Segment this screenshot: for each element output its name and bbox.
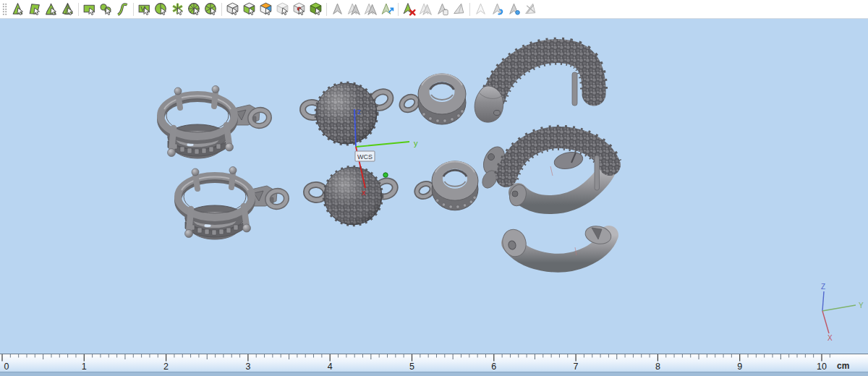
select-single-button[interactable] xyxy=(9,1,26,17)
select-sheet-button[interactable] xyxy=(451,1,467,17)
select-outline-button[interactable] xyxy=(472,1,489,17)
wcs-x-label: x xyxy=(362,188,366,197)
select-points-button[interactable] xyxy=(506,1,522,17)
wcs-z-label: z xyxy=(357,108,361,116)
ruler-number: 6 xyxy=(491,362,496,372)
deselect-button[interactable] xyxy=(401,1,417,17)
select-box-transparent-button[interactable] xyxy=(274,1,291,17)
select-duplicates-button[interactable] xyxy=(346,1,362,17)
pave-bead-1[interactable] xyxy=(302,83,393,144)
toolbar-separator xyxy=(133,3,134,16)
ruler-number: 8 xyxy=(655,362,660,372)
select-similar-button[interactable] xyxy=(362,1,379,17)
select-sphere-slice-button[interactable] xyxy=(203,1,219,17)
axis-triad: Z Y X xyxy=(821,283,864,342)
ruler-unit-label: cm xyxy=(837,361,849,371)
select-sphere-sectors-button[interactable] xyxy=(186,1,203,17)
reselect-button[interactable] xyxy=(489,1,506,17)
select-freehand-button[interactable] xyxy=(114,1,131,17)
select-crossing-window-button[interactable] xyxy=(136,1,153,17)
ruler-number: 4 xyxy=(328,362,333,372)
select-box-faces-button[interactable] xyxy=(241,1,258,17)
triad-z-label: Z xyxy=(821,283,825,291)
select-radial-button[interactable] xyxy=(169,1,186,17)
select-polygon-button[interactable] xyxy=(26,1,43,17)
ring-setting-1[interactable] xyxy=(161,86,271,159)
toolbar-separator xyxy=(221,3,222,16)
donut-charm-1[interactable] xyxy=(399,74,466,124)
select-box-button[interactable] xyxy=(224,1,241,17)
select-touching-button[interactable] xyxy=(434,1,451,17)
toolbar-separator xyxy=(78,3,79,16)
wcs-y-label: y xyxy=(414,139,418,148)
toolbar-separator xyxy=(398,3,399,16)
triad-x-label: X xyxy=(827,334,833,342)
ruler-number: 9 xyxy=(737,362,742,372)
select-circle-button[interactable] xyxy=(98,1,114,17)
ruler-number: 10 xyxy=(817,362,827,372)
hoop-inner-band[interactable] xyxy=(500,224,613,263)
bottom-strip xyxy=(0,372,868,376)
triad-y-label: Y xyxy=(859,302,864,309)
donut-charm-2[interactable] xyxy=(414,161,478,210)
select-box-colored-button[interactable] xyxy=(258,1,274,17)
ruler-number: 7 xyxy=(574,362,579,372)
select-hidden-button[interactable] xyxy=(417,1,434,17)
ruler-number: 5 xyxy=(409,362,414,372)
origin-point[interactable] xyxy=(383,173,388,177)
toolbar-drag-handle[interactable] xyxy=(2,3,7,15)
select-add-button[interactable] xyxy=(379,1,396,17)
ruler-number: 3 xyxy=(245,362,250,372)
select-previous-button[interactable] xyxy=(329,1,346,17)
select-rectangle-button[interactable] xyxy=(81,1,98,17)
ruler-number: 0 xyxy=(4,362,9,372)
hoop-earring-assembly[interactable] xyxy=(480,137,610,208)
toolbar-separator xyxy=(469,3,470,16)
ruler-number: 1 xyxy=(82,362,87,372)
viewport-3d[interactable]: z y x WCS Z Y X xyxy=(0,19,868,354)
pave-hoop-shell[interactable] xyxy=(475,51,594,122)
wcs-label: WCS xyxy=(357,153,373,161)
ruler-number: 2 xyxy=(163,362,169,372)
select-surface-button[interactable] xyxy=(59,1,76,17)
selection-toolbar xyxy=(0,0,868,19)
deselect-all-button[interactable] xyxy=(522,1,539,17)
scene-canvas[interactable]: z y x WCS Z Y X xyxy=(0,19,868,354)
select-box-solid-button[interactable] xyxy=(307,1,324,17)
ring-setting-2[interactable] xyxy=(178,167,288,240)
select-pie-button[interactable] xyxy=(153,1,169,17)
toolbar-separator xyxy=(326,3,327,16)
select-box-interior-button[interactable] xyxy=(291,1,307,17)
select-curve-button[interactable] xyxy=(43,1,59,17)
ruler: cm 012345678910 xyxy=(0,354,868,372)
